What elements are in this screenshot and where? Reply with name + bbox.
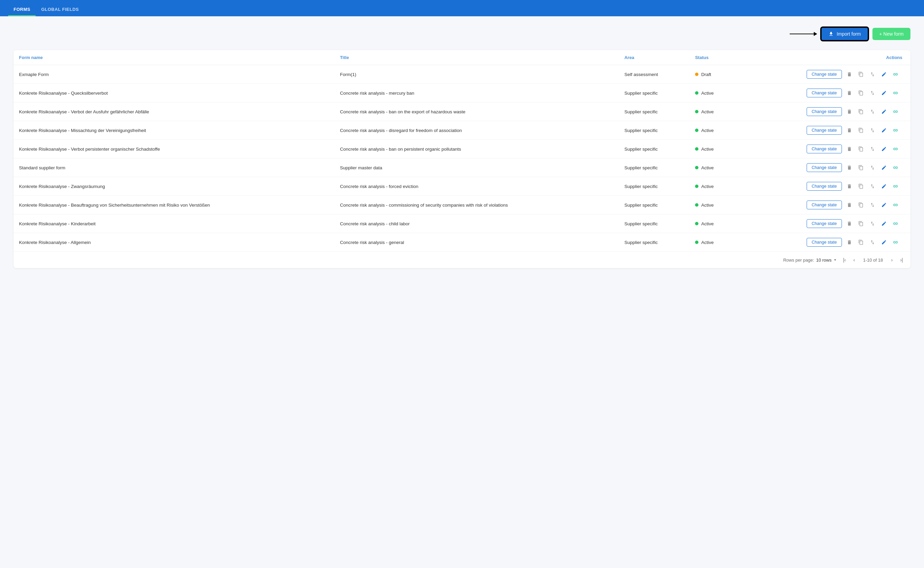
cell-form-name: Konkrete Risikoanalyse - Beauftragung vo… [14, 196, 335, 215]
cell-actions: Change state [736, 121, 910, 140]
change-state-button[interactable]: Change state [806, 107, 842, 116]
edit-button[interactable] [880, 89, 888, 97]
delete-button[interactable] [845, 127, 853, 134]
edit-button[interactable] [880, 164, 888, 171]
cell-form-name: Standard supplier form [14, 159, 335, 177]
delete-button[interactable] [845, 164, 853, 171]
copy-button[interactable] [857, 127, 865, 134]
tab-forms[interactable]: FORMS [8, 3, 36, 16]
link-button[interactable] [891, 164, 900, 171]
status-dot [695, 147, 698, 151]
sort-button[interactable] [868, 239, 877, 246]
cell-form-name: Konkrete Risikoanalyse - Zwangsräumung [14, 177, 335, 196]
import-form-button[interactable]: Import form [821, 27, 868, 41]
sort-button[interactable] [868, 71, 877, 78]
link-button[interactable] [891, 145, 900, 153]
sort-button[interactable] [868, 89, 877, 97]
edit-button[interactable] [880, 202, 888, 208]
delete-button[interactable] [845, 89, 853, 97]
link-button[interactable] [891, 108, 900, 115]
last-page-button[interactable]: ›| [898, 257, 905, 263]
cell-actions: Change state [736, 140, 910, 159]
table-row: Konkrete Risikoanalyse - Quecksilberverb… [14, 84, 910, 103]
sort-button[interactable] [868, 127, 877, 134]
link-button[interactable] [891, 239, 900, 246]
copy-button[interactable] [857, 239, 865, 246]
change-state-button[interactable]: Change state [806, 219, 842, 228]
status-dot [695, 184, 698, 188]
copy-button[interactable] [857, 145, 865, 153]
table-row: Exmaple Form Form(1) Self assessment Dra… [14, 65, 910, 84]
cell-status: Active [690, 159, 736, 177]
sort-button[interactable] [868, 164, 877, 171]
first-page-button[interactable]: |‹ [841, 257, 848, 263]
change-state-button[interactable]: Change state [806, 126, 842, 135]
link-button[interactable] [891, 71, 900, 78]
delete-button[interactable] [845, 145, 853, 153]
sort-button[interactable] [868, 145, 877, 153]
edit-button[interactable] [880, 108, 888, 115]
prev-page-button[interactable]: ‹ [852, 257, 857, 263]
new-form-button[interactable]: + New form [873, 28, 910, 40]
change-state-button[interactable]: Change state [806, 201, 842, 209]
next-page-button[interactable]: › [889, 257, 895, 263]
delete-button[interactable] [845, 183, 853, 190]
copy-button[interactable] [857, 202, 865, 208]
cell-status: Active [690, 196, 736, 215]
delete-button[interactable] [845, 71, 853, 78]
edit-button[interactable] [880, 220, 888, 227]
copy-button[interactable] [857, 89, 865, 97]
copy-button[interactable] [857, 164, 865, 171]
cell-title: Supplier master data [335, 159, 619, 177]
edit-button[interactable] [880, 71, 888, 78]
new-btn-label: + New form [879, 31, 904, 37]
status-label: Active [701, 221, 714, 226]
tab-global-fields[interactable]: GLOBAL FIELDS [36, 3, 84, 16]
change-state-button[interactable]: Change state [806, 145, 842, 153]
cell-title: Concrete risk analysis - forced eviction [335, 177, 619, 196]
sort-button[interactable] [868, 202, 877, 208]
table-row: Konkrete Risikoanalyse - Beauftragung vo… [14, 196, 910, 215]
change-state-button[interactable]: Change state [806, 89, 842, 97]
link-button[interactable] [891, 202, 900, 208]
edit-button[interactable] [880, 183, 888, 190]
copy-button[interactable] [857, 183, 865, 190]
cell-status: Draft [690, 65, 736, 84]
cell-title: Concrete risk analysis - general [335, 233, 619, 252]
delete-button[interactable] [845, 239, 853, 246]
rows-per-page-select[interactable]: 10 rows [816, 258, 838, 263]
col-status: Status [690, 50, 736, 65]
edit-button[interactable] [880, 239, 888, 246]
delete-button[interactable] [845, 108, 853, 115]
delete-button[interactable] [845, 220, 853, 227]
edit-button[interactable] [880, 145, 888, 153]
copy-button[interactable] [857, 71, 865, 78]
delete-button[interactable] [845, 202, 853, 208]
sort-button[interactable] [868, 220, 877, 227]
col-title: Title [335, 50, 619, 65]
link-button[interactable] [891, 127, 900, 134]
forms-table: Form name Title Area Status Actions Exma… [14, 50, 910, 251]
chevron-down-icon [833, 258, 838, 262]
cell-title: Concrete risk analysis - ban on persiste… [335, 140, 619, 159]
sort-button[interactable] [868, 108, 877, 115]
col-area: Area [619, 50, 690, 65]
sort-button[interactable] [868, 183, 877, 190]
cell-status: Active [690, 233, 736, 252]
link-button[interactable] [891, 220, 900, 227]
copy-button[interactable] [857, 108, 865, 115]
link-button[interactable] [891, 89, 900, 97]
arrow-indicator [790, 33, 817, 34]
change-state-button[interactable]: Change state [806, 163, 842, 172]
change-state-button[interactable]: Change state [806, 70, 842, 79]
change-state-button[interactable]: Change state [806, 182, 842, 191]
status-label: Active [701, 240, 714, 245]
main-content: Import form + New form Form name Title A… [0, 16, 924, 568]
cell-actions: Change state [736, 215, 910, 233]
link-button[interactable] [891, 183, 900, 190]
table-row: Standard supplier form Supplier master d… [14, 159, 910, 177]
edit-button[interactable] [880, 127, 888, 134]
copy-button[interactable] [857, 220, 865, 227]
import-icon [828, 31, 834, 37]
change-state-button[interactable]: Change state [806, 238, 842, 247]
